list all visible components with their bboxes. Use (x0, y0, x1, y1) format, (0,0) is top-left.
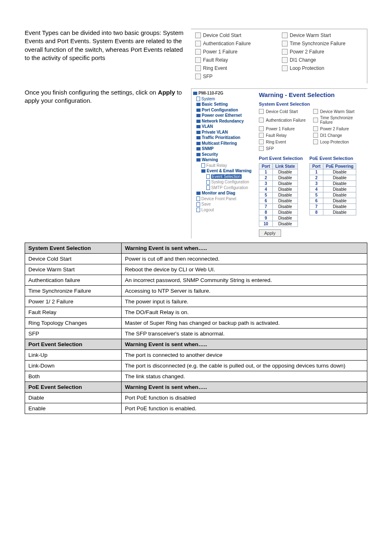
sys-cb-loop-protection[interactable]: Loop Protection (313, 139, 365, 144)
sys-cb-power-2-failure[interactable]: Power 2 Failure (313, 126, 365, 131)
checkbox-icon (282, 65, 288, 71)
table-row: EnablePort PoE function is enabled. (25, 403, 367, 414)
tree-item-logout[interactable]: Logout (193, 207, 255, 213)
sys-cb-time-synchronize-failure[interactable]: Time Synchronize Failure (313, 116, 365, 125)
tree-item-fault-relay[interactable]: Fault Relay (193, 163, 255, 169)
tree-item-vlan[interactable]: VLAN (193, 124, 255, 130)
table-row: Authentication failureAn incorrect passw… (25, 275, 367, 286)
table-row[interactable]: 1Disable (309, 169, 356, 175)
table-row: Ring Topology ChangesMaster of Super Rin… (25, 318, 367, 328)
tree-item-save[interactable]: Save (193, 201, 255, 207)
nav-tree: PMI-110-F2G SystemBasic SettingPort Conf… (191, 89, 256, 238)
section-header: System Event SelectionWarning Event is s… (25, 243, 367, 254)
tree-item-basic-setting[interactable]: Basic Setting (193, 102, 255, 107)
tree-item-traffic-prioritization[interactable]: Traffic Prioritization (193, 135, 255, 141)
tree-item-multicast-filtering[interactable]: Multicast Filtering (193, 141, 255, 146)
tree-item-monitor-and-diag[interactable]: Monitor and Diag (193, 190, 255, 196)
checkbox-icon (259, 133, 264, 138)
tree-item-smtp-configuration[interactable]: SMTP Configuration (193, 185, 255, 191)
sys-cb-sfp[interactable]: SFP (259, 146, 311, 151)
tree-item-power-over-ethernet[interactable]: Power over Ethernet (193, 113, 255, 118)
table-row[interactable]: 4Disable (259, 187, 298, 192)
sys-cb-di1-change[interactable]: DI1 Change (313, 133, 365, 138)
table-row[interactable]: 9Disable (259, 215, 298, 221)
port-event-table: PortLink State 1Disable2Disable3Disable4… (259, 163, 298, 227)
checkbox-icon (313, 139, 318, 144)
checkbox-icon (259, 139, 264, 144)
checkbox-icon (282, 49, 288, 55)
checkbox-time-synchronize-failure[interactable]: Time Synchronize Failure (282, 41, 363, 46)
checkbox-authentication-failure[interactable]: Authentication Failure (195, 41, 276, 46)
table-row[interactable]: 6Disable (259, 198, 298, 204)
table-row: SFPThe SFP transceiver's state is abnorm… (25, 328, 367, 339)
tree-root[interactable]: PMI-110-F2G (193, 90, 255, 96)
sys-cb-power-1-failure[interactable]: Power 1 Failure (259, 126, 311, 131)
sys-cb-authentication-failure[interactable]: Authentication Failure (259, 116, 311, 125)
tree-item-port-configuration[interactable]: Port Configuration (193, 107, 255, 113)
table-row[interactable]: 7Disable (259, 204, 298, 210)
table-row[interactable]: 6Disable (309, 198, 356, 204)
checkbox-icon (313, 118, 318, 123)
checkbox-device-cold-start[interactable]: Device Cold Start (195, 32, 276, 38)
tree-item-syslog-configuration[interactable]: Syslog Configuration (193, 179, 255, 185)
tree-item-private-vlan[interactable]: Private VLAN (193, 130, 255, 135)
checkbox-icon (313, 126, 318, 131)
sys-cb-device-warm-start[interactable]: Device Warm Start (313, 109, 365, 114)
tree-item-network-redundancy[interactable]: Network Redundancy (193, 118, 255, 124)
checkbox-power-2-failure[interactable]: Power 2 Failure (282, 49, 363, 55)
sys-cb-device-cold-start[interactable]: Device Cold Start (259, 109, 311, 114)
tree-item-warning[interactable]: Warning (193, 157, 255, 163)
checkbox-icon (282, 32, 288, 38)
table-row[interactable]: 10Disable (259, 221, 298, 227)
page-title: Warning - Event Selection (259, 91, 365, 98)
table-row[interactable]: 3Disable (309, 181, 356, 187)
checkbox-loop-protection[interactable]: Loop Protection (282, 65, 363, 71)
table-row[interactable]: 2Disable (259, 175, 298, 181)
table-row: Power 1/ 2 FailureThe power input is fai… (25, 296, 367, 307)
port-event-title: Port Event Selection (259, 156, 303, 161)
tree-item-device-front-panel[interactable]: Device Front Panel (193, 196, 255, 202)
checkbox-device-warm-start[interactable]: Device Warm Start (282, 32, 363, 38)
checkbox-ring-event[interactable]: Ring Event (195, 65, 276, 71)
checkbox-power-1-failure[interactable]: Power 1 Failure (195, 49, 276, 55)
table-row[interactable]: 4Disable (309, 187, 356, 192)
table-row: DiablePort PoE function is disabled (25, 393, 367, 403)
system-event-box: Device Cold StartDevice Warm StartAuthen… (191, 29, 367, 83)
table-row[interactable]: 1Disable (259, 169, 298, 175)
section-header: Port Event SelectionWarning Event is sen… (25, 339, 367, 350)
apply-button[interactable]: Apply (259, 229, 281, 237)
checkbox-icon (259, 118, 264, 123)
table-row: Link-UpThe port is connected to another … (25, 350, 367, 361)
checkbox-icon (259, 109, 264, 114)
checkbox-fault-relay[interactable]: Fault Relay (195, 57, 276, 63)
sys-cb-ring-event[interactable]: Ring Event (259, 139, 311, 144)
checkbox-icon (195, 49, 201, 55)
checkbox-icon (282, 41, 288, 46)
table-row[interactable]: 8Disable (309, 210, 356, 215)
table-row[interactable]: 5Disable (309, 192, 356, 198)
table-row: BothThe link status changed. (25, 371, 367, 382)
table-row[interactable]: 3Disable (259, 181, 298, 187)
tree-item-event-selection[interactable]: Event Selection (193, 174, 255, 180)
tree-item-snmp[interactable]: SNMP (193, 146, 255, 152)
tree-item-event-email-warning[interactable]: Event & Email Warning (193, 168, 255, 174)
checkbox-icon (313, 133, 318, 138)
table-row: Link-DownThe port is disconnected (e.g. … (25, 361, 367, 371)
tree-item-system[interactable]: System (193, 96, 255, 102)
checkbox-icon (259, 146, 264, 151)
table-row: Device Cold StartPower is cut off and th… (25, 254, 367, 264)
checkbox-sfp[interactable]: SFP (195, 74, 276, 79)
checkbox-di1-change[interactable]: DI1 Change (282, 57, 363, 63)
event-description-table: System Event SelectionWarning Event is s… (25, 243, 367, 414)
table-row[interactable]: 5Disable (259, 192, 298, 198)
apply-instruction: Once you finish configuring the settings… (25, 88, 187, 238)
table-row: Fault RelayThe DO/Fault Relay is on. (25, 307, 367, 318)
checkbox-icon (195, 32, 201, 38)
table-row[interactable]: 7Disable (309, 204, 356, 210)
sys-cb-fault-relay[interactable]: Fault Relay (259, 133, 311, 138)
checkbox-icon (259, 126, 264, 131)
tree-item-security[interactable]: Security (193, 152, 255, 157)
table-row[interactable]: 8Disable (259, 210, 298, 215)
table-row[interactable]: 2Disable (309, 175, 356, 181)
checkbox-icon (282, 57, 288, 63)
